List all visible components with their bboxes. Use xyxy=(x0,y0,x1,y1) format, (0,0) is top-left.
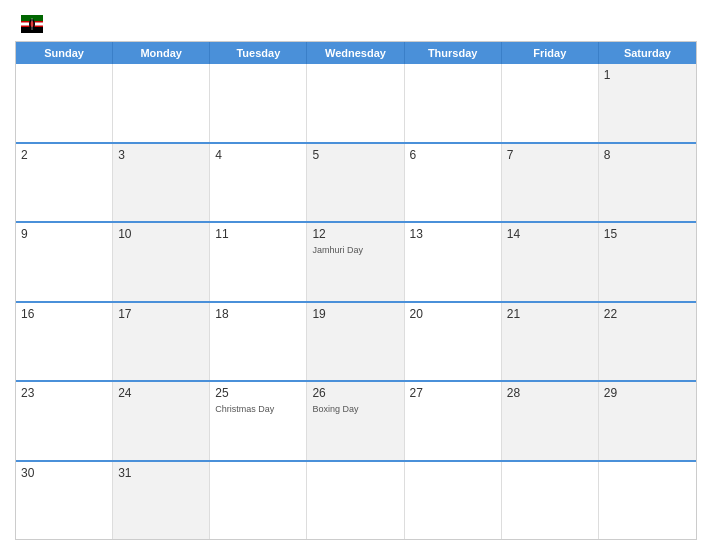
calendar-cell: 22 xyxy=(599,303,696,381)
calendar-cell xyxy=(502,64,599,142)
calendar-cell xyxy=(307,462,404,540)
day-number: 5 xyxy=(312,148,398,162)
logo-flag-icon xyxy=(21,15,43,33)
weekday-header-thursday: Thursday xyxy=(405,42,502,64)
calendar-cell: 10 xyxy=(113,223,210,301)
calendar-cell: 12Jamhuri Day xyxy=(307,223,404,301)
day-number: 2 xyxy=(21,148,107,162)
calendar-cell: 5 xyxy=(307,144,404,222)
calendar-cell xyxy=(113,64,210,142)
calendar-cell: 30 xyxy=(16,462,113,540)
day-number: 17 xyxy=(118,307,204,321)
calendar-cell: 13 xyxy=(405,223,502,301)
calendar-cell xyxy=(502,462,599,540)
logo xyxy=(15,15,43,33)
day-number: 7 xyxy=(507,148,593,162)
calendar-week-row: 232425Christmas Day26Boxing Day272829 xyxy=(16,380,696,460)
weekday-header-friday: Friday xyxy=(502,42,599,64)
calendar-cell: 25Christmas Day xyxy=(210,382,307,460)
day-number: 12 xyxy=(312,227,398,241)
calendar-cell xyxy=(16,64,113,142)
calendar-cell: 4 xyxy=(210,144,307,222)
day-number: 23 xyxy=(21,386,107,400)
weekday-header-saturday: Saturday xyxy=(599,42,696,64)
day-number: 4 xyxy=(215,148,301,162)
day-number: 11 xyxy=(215,227,301,241)
day-number: 13 xyxy=(410,227,496,241)
calendar-cell: 8 xyxy=(599,144,696,222)
calendar-cell: 17 xyxy=(113,303,210,381)
day-number: 25 xyxy=(215,386,301,400)
calendar-cell: 6 xyxy=(405,144,502,222)
day-number: 10 xyxy=(118,227,204,241)
calendar-cell: 29 xyxy=(599,382,696,460)
calendar-cell: 27 xyxy=(405,382,502,460)
weekday-header-tuesday: Tuesday xyxy=(210,42,307,64)
calendar-cell xyxy=(307,64,404,142)
day-number: 8 xyxy=(604,148,691,162)
calendar-cell: 23 xyxy=(16,382,113,460)
calendar-weekday-header: SundayMondayTuesdayWednesdayThursdayFrid… xyxy=(16,42,696,64)
day-number: 31 xyxy=(118,466,204,480)
day-number: 6 xyxy=(410,148,496,162)
calendar-cell: 9 xyxy=(16,223,113,301)
calendar-cell xyxy=(405,64,502,142)
holiday-label: Boxing Day xyxy=(312,404,398,414)
calendar: SundayMondayTuesdayWednesdayThursdayFrid… xyxy=(15,41,697,540)
calendar-cell xyxy=(599,462,696,540)
calendar-cell: 3 xyxy=(113,144,210,222)
day-number: 9 xyxy=(21,227,107,241)
day-number: 24 xyxy=(118,386,204,400)
calendar-cell xyxy=(405,462,502,540)
day-number: 18 xyxy=(215,307,301,321)
calendar-cell: 21 xyxy=(502,303,599,381)
day-number: 28 xyxy=(507,386,593,400)
day-number: 15 xyxy=(604,227,691,241)
calendar-cell xyxy=(210,462,307,540)
day-number: 27 xyxy=(410,386,496,400)
calendar-header xyxy=(15,10,697,41)
weekday-header-wednesday: Wednesday xyxy=(307,42,404,64)
calendar-cell: 11 xyxy=(210,223,307,301)
day-number: 21 xyxy=(507,307,593,321)
calendar-week-row: 3031 xyxy=(16,460,696,540)
day-number: 29 xyxy=(604,386,691,400)
day-number: 19 xyxy=(312,307,398,321)
day-number: 1 xyxy=(604,68,691,82)
calendar-cell: 16 xyxy=(16,303,113,381)
calendar-cell: 7 xyxy=(502,144,599,222)
calendar-cell: 26Boxing Day xyxy=(307,382,404,460)
calendar-cell: 18 xyxy=(210,303,307,381)
weekday-header-sunday: Sunday xyxy=(16,42,113,64)
calendar-cell: 14 xyxy=(502,223,599,301)
day-number: 14 xyxy=(507,227,593,241)
day-number: 20 xyxy=(410,307,496,321)
holiday-label: Jamhuri Day xyxy=(312,245,398,255)
calendar-week-row: 9101112Jamhuri Day131415 xyxy=(16,221,696,301)
calendar-cell: 19 xyxy=(307,303,404,381)
calendar-cell: 1 xyxy=(599,64,696,142)
calendar-body: 123456789101112Jamhuri Day13141516171819… xyxy=(16,64,696,539)
calendar-week-row: 2345678 xyxy=(16,142,696,222)
calendar-week-row: 1 xyxy=(16,64,696,142)
holiday-label: Christmas Day xyxy=(215,404,301,414)
day-number: 26 xyxy=(312,386,398,400)
calendar-cell: 28 xyxy=(502,382,599,460)
day-number: 22 xyxy=(604,307,691,321)
calendar-cell: 20 xyxy=(405,303,502,381)
calendar-cell xyxy=(210,64,307,142)
weekday-header-monday: Monday xyxy=(113,42,210,64)
calendar-week-row: 16171819202122 xyxy=(16,301,696,381)
day-number: 30 xyxy=(21,466,107,480)
calendar-cell: 24 xyxy=(113,382,210,460)
calendar-cell: 31 xyxy=(113,462,210,540)
calendar-cell: 2 xyxy=(16,144,113,222)
calendar-cell: 15 xyxy=(599,223,696,301)
day-number: 16 xyxy=(21,307,107,321)
day-number: 3 xyxy=(118,148,204,162)
